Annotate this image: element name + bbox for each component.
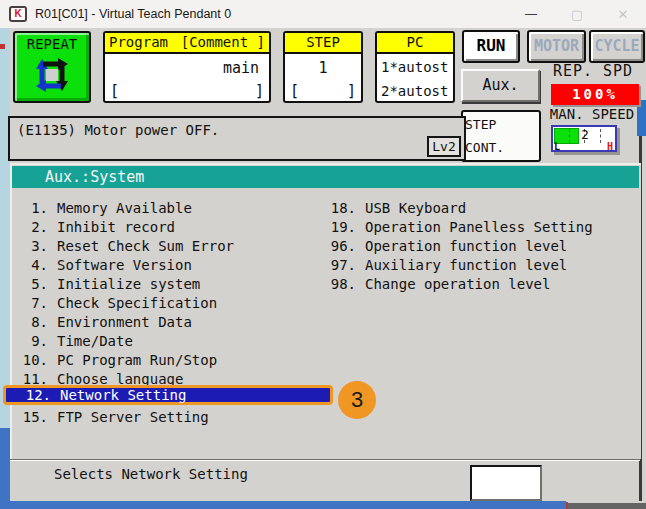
program-header-label: Program [109,33,168,52]
menu-item-number: 10. [14,351,48,370]
bottom-dark-strip [568,503,646,509]
gauge-tick [600,129,601,143]
menu-item-label: Inhibit record [57,218,175,237]
menu-item-number: 96. [322,237,356,256]
menu-item-change-operation-level[interactable]: 98. Change operation level [322,275,632,294]
menu-item-memory-available[interactable]: 1. Memory Available [14,199,334,218]
repeat-speed-value: 100% [551,84,639,105]
error-message-text: (E1135) Motor power OFF. [10,118,464,138]
run-button[interactable]: RUN [462,30,520,63]
menu-item-ftp-server-setting[interactable]: 15. FTP Server Setting [14,408,334,427]
menu-item-inhibit-record[interactable]: 2. Inhibit record [14,218,334,237]
footer-hint-text: Selects Network Setting [54,466,248,482]
menu-item-number: 9. [14,332,48,351]
bracket-open: [ [290,82,299,100]
gauge-tick [569,129,570,143]
menu-item-reset-check-sum-error[interactable]: 3. Reset Check Sum Error [14,237,334,256]
program-bracket-row: [ ] [105,82,269,100]
menu-item-check-specification[interactable]: 7. Check Specification [14,294,334,313]
menu-item-usb-keyboard[interactable]: 18. USB Keyboard [322,199,632,218]
menu-item-initialize-system[interactable]: 5. Initialize system [14,275,334,294]
program-panel-header: Program [Comment ] [105,33,269,54]
menu-item-number: 98. [322,275,356,294]
bottom-background-strip [0,501,566,509]
pc-panel-header: PC [377,33,453,54]
menu-item-operation-function-level[interactable]: 96. Operation function level [322,237,632,256]
comment-header-label: [Comment ] [181,33,265,52]
pc-program-2: 2*autost [377,78,453,102]
pc-display-panel: PC 1*autost 2*autost [375,31,455,103]
menu-item-number: 15. [14,408,48,427]
program-name: main [105,54,269,77]
repeat-mode-button[interactable]: REPEAT [13,31,91,103]
virtual-teach-pendant-window: K R01[C01] - Virtual Teach Pendant 0 — ▢… [0,0,646,509]
aux-menu-title: Aux.:System [12,166,639,188]
menu-item-number: 2. [14,218,48,237]
aux-button[interactable]: Aux. [461,69,540,102]
manual-speed-gauge: 2 L H [551,125,617,152]
menu-item-software-version[interactable]: 4. Software Version [14,256,334,275]
footer-separator [10,459,640,461]
step-cont-label: STEP CONT. [465,113,537,159]
close-button[interactable]: ✕ [600,0,646,28]
menu-item-label: Time/Date [57,332,133,351]
motor-button[interactable]: MOTOR [527,30,586,63]
continuous-mode-box: STEP CONT. REP. CONT. [461,110,541,162]
step-panel-header: STEP [285,33,361,54]
annotation-step-badge: 3 [338,381,376,419]
menu-item-number: 4. [14,256,48,275]
step-value: 1 [285,54,361,77]
menu-item-label: USB Keyboard [365,199,466,218]
menu-item-number: 5. [14,275,48,294]
menu-item-auxiliary-function-level[interactable]: 97. Auxiliary function level [322,256,632,275]
menu-item-number: 3. [14,237,48,256]
cycle-button[interactable]: CYCLE [589,30,645,63]
title-bar: K R01[C01] - Virtual Teach Pendant 0 — ▢… [0,0,646,28]
menu-item-environment-data[interactable]: 8. Environment Data [14,313,334,332]
menu-item-label: Initialize system [57,275,200,294]
left-strip-speck [0,44,5,49]
footer-entry-box [470,465,542,501]
repeat-speed-label: REP. SPD [545,62,641,80]
bracket-open: [ [110,82,119,100]
aux-menu-right-column: 18. USB Keyboard 19. Operation Panelless… [322,199,632,294]
menu-item-label: FTP Server Setting [57,408,209,427]
program-display-panel: Program [Comment ] main [ ] [103,31,271,103]
level-indicator: Lv2 [427,136,461,157]
menu-item-label: Reset Check Sum Error [57,237,234,256]
menu-item-label: Environment Data [57,313,192,332]
menu-item-number: 18. [322,199,356,218]
maximize-button[interactable]: ▢ [554,0,600,28]
menu-item-number: 19. [322,218,356,237]
menu-item-operation-panelless-setting[interactable]: 19. Operation Panelless Setting [322,218,632,237]
menu-item-number: 1. [14,199,48,218]
menu-item-number: 97. [322,256,356,275]
app-icon: K [9,6,27,22]
menu-item-label: Check Specification [57,294,217,313]
minimize-button[interactable]: — [508,0,554,28]
manual-speed-value: 2 [581,127,589,142]
bracket-close: ] [255,82,264,100]
menu-item-time-date[interactable]: 9. Time/Date [14,332,334,351]
menu-item-number: 7. [14,294,48,313]
selection-highlight: 12. Network Setting [3,385,333,405]
menu-item-network-setting[interactable]: 12. Network Setting [14,389,334,408]
repeat-cycle-icon [34,57,70,93]
gauge-low-label: L [554,141,560,152]
menu-item-number: 12. [17,385,51,405]
window-title: R01[C01] - Virtual Teach Pendant 0 [35,7,231,21]
menu-item-label: Auxiliary function level [365,256,567,275]
repeat-label: REPEAT [15,33,89,52]
step-bracket-row: [ ] [285,82,361,100]
bracket-close: ] [347,82,356,100]
aux-menu-left-column: 1. Memory Available 2. Inhibit record 3.… [14,199,334,427]
left-background-strip-lower [0,428,10,509]
menu-item-number: 8. [14,313,48,332]
menu-item-pc-program-run-stop[interactable]: 10. PC Program Run/Stop [14,351,334,370]
menu-item-label: Software Version [57,256,192,275]
menu-item-label: Operation Panelless Setting [365,218,593,237]
error-message-box: (E1135) Motor power OFF. Lv2 [8,116,466,161]
manual-speed-label: MAN. SPEED [541,106,643,122]
menu-item-label: Change operation level [365,275,550,294]
menu-item-label: Memory Available [57,199,192,218]
